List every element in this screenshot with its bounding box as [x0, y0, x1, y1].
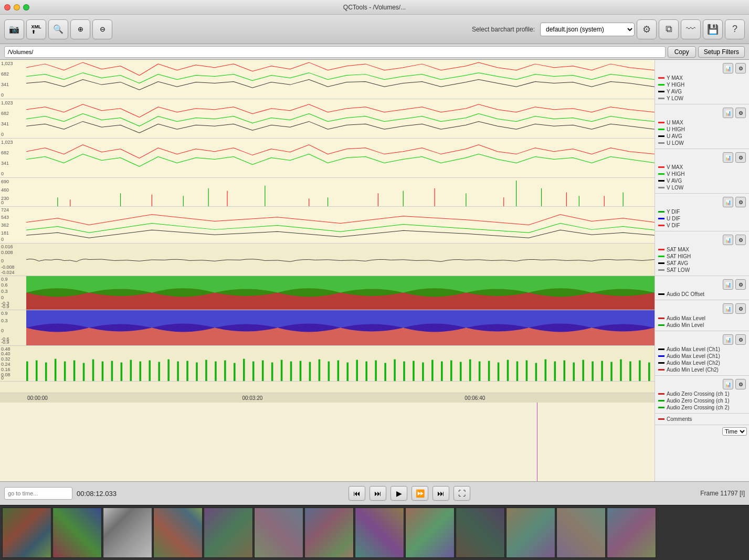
v-low-label: V LOW	[667, 185, 683, 191]
svg-rect-48	[281, 360, 283, 381]
maximize-button[interactable]	[23, 4, 29, 10]
skip-forward-button[interactable]: ⏭	[432, 486, 449, 501]
thumbnail-13[interactable]	[607, 508, 656, 558]
audio-max-level-label: Audio Max Level	[667, 315, 705, 321]
svg-rect-82	[601, 361, 603, 381]
saturation-chart[interactable]: 724 543 362 181 0	[0, 207, 655, 244]
rewind-to-start-button[interactable]: ⏮	[349, 486, 365, 501]
y-settings-icon[interactable]: ⚙	[735, 63, 746, 73]
audio-dc-svg	[26, 244, 655, 276]
zoom-out-button[interactable]: ⊖	[92, 19, 112, 39]
v-channel-chart[interactable]: 1,023 682 341 0	[0, 139, 655, 178]
thumbnail-8[interactable]	[355, 508, 404, 558]
close-button[interactable]	[4, 4, 10, 10]
svg-rect-29	[102, 362, 104, 381]
audio-zero-ch2-label: Audio Zero Crossing (ch 2)	[667, 405, 730, 410]
thumbnail-1[interactable]	[2, 508, 51, 558]
audio-max-ch1-label: Audio Max Level (Ch1)	[667, 346, 720, 352]
audio-zero-legend-section: 📊 ⚙ Audio Zero Crossing (ch 1) Audio Zer…	[655, 376, 749, 414]
zoom-fit-button[interactable]: ⊕	[70, 19, 90, 39]
audio-zero-settings-icon[interactable]: ⚙	[735, 379, 746, 389]
thumbnail-4[interactable]	[153, 508, 203, 558]
copy-button[interactable]: Copy	[668, 46, 696, 58]
svg-rect-61	[403, 362, 405, 381]
u-legend-section: 📊 ⚙ U MAX U HIGH U AVG U LOW	[655, 104, 749, 149]
svg-rect-30	[111, 361, 113, 381]
audio-min-ch2-label: Audio Min Level (Ch2)	[667, 367, 719, 373]
u-high-label: U HIGH	[667, 126, 685, 132]
audio-level-ch-chart[interactable]: 0.9 0.3 0 -0.6 -0.9	[0, 310, 655, 346]
svg-rect-56	[356, 360, 358, 381]
thumbnail-10[interactable]	[456, 508, 505, 558]
svg-rect-35	[158, 362, 160, 381]
xml-button[interactable]: XML⬆	[26, 19, 46, 39]
sat-settings-icon[interactable]: ⚙	[735, 235, 746, 245]
audio-max-ch1b-label: Audio Max Level (Ch1)	[667, 353, 720, 359]
thumbnail-9[interactable]	[405, 508, 455, 558]
v-settings-icon[interactable]: ⚙	[735, 152, 746, 163]
audio-dc-settings-icon[interactable]: ⚙	[735, 279, 746, 290]
audio-level-chart[interactable]: 0.9 0.6 0.3 0 -0.3 -0.9	[0, 276, 655, 310]
copy-layout-button[interactable]: ⧉	[659, 19, 679, 39]
window-buttons	[4, 4, 29, 10]
svg-rect-80	[582, 360, 584, 381]
barchart-profile-select[interactable]: default.json (system)	[540, 23, 635, 36]
frame-forward-button[interactable]: ⏩	[412, 486, 428, 501]
goto-time-input[interactable]	[4, 487, 72, 500]
play-button[interactable]: ▶	[391, 486, 407, 501]
u-settings-icon[interactable]: ⚙	[735, 108, 746, 118]
audio-dc-chart-icon[interactable]: 📊	[723, 279, 733, 290]
thumbnail-12[interactable]	[556, 508, 606, 558]
main-content: 1,023 682 341 0 1,023 682 341 0	[0, 60, 749, 481]
thumbnail-6[interactable]	[254, 508, 303, 558]
toolbar: 📷 XML⬆ 🔍 ⊕ ⊖ Select barchart profile: de…	[0, 15, 749, 44]
audio-level-settings-icon[interactable]: ⚙	[735, 303, 746, 314]
path-input[interactable]	[4, 46, 666, 58]
audio-dc-chart[interactable]: 0.016 0.008 0 -0.008 -0.024	[0, 244, 655, 276]
settings-button[interactable]: ⚙	[637, 19, 657, 39]
time-label-1: 00:03:20	[242, 395, 262, 401]
audio-ch-settings-icon[interactable]: ⚙	[735, 334, 746, 345]
diff-settings-icon[interactable]: ⚙	[735, 197, 746, 207]
audio-ch-chart-icon[interactable]: 📊	[723, 334, 733, 345]
minimize-button[interactable]	[14, 4, 20, 10]
diff-chart-icon[interactable]: 📊	[723, 197, 733, 207]
yuv-diff-chart[interactable]: 690 460 230 0	[0, 178, 655, 207]
audio-zero-chart[interactable]: 0.48 0.40 0.32 0.24 0.16 0.08 0	[0, 346, 655, 382]
svg-rect-69	[479, 362, 481, 381]
v-chart-icon[interactable]: 📊	[723, 152, 733, 163]
audio-zero-chart-icon[interactable]: 📊	[723, 379, 733, 389]
thumbnail-2[interactable]	[52, 508, 102, 558]
y-chart-icon[interactable]: 📊	[723, 63, 733, 73]
u-channel-chart[interactable]: 1,023 682 341 0	[0, 99, 655, 139]
waveform-button[interactable]: 〰	[681, 19, 701, 39]
fullscreen-button[interactable]: ⛶	[453, 486, 470, 501]
audio-level-ch-svg	[26, 310, 655, 345]
charts-area[interactable]: 1,023 682 341 0 1,023 682 341 0	[0, 60, 655, 481]
u-channel-svg	[26, 99, 655, 138]
thumbnail-5[interactable]	[204, 508, 253, 558]
time-select[interactable]: Time	[722, 427, 747, 436]
audio-dc-legend-section: 📊 ⚙ Audio DC Offset	[655, 276, 749, 300]
comments-chart[interactable]	[0, 382, 655, 393]
sat-avg-label: SAT AVG	[667, 260, 688, 266]
thumbnail-3[interactable]	[103, 508, 152, 558]
right-panel: 📊 ⚙ Y MAX Y HIGH Y AVG Y LOW	[655, 60, 749, 481]
camera-button[interactable]: 📷	[4, 19, 24, 39]
svg-rect-57	[365, 362, 367, 381]
audio-level-chart-icon[interactable]: 📊	[723, 303, 733, 314]
frame-back-button[interactable]: ⏭	[370, 486, 386, 501]
sat-chart-icon[interactable]: 📊	[723, 235, 733, 245]
audio-max-ch2-label: Audio Max Level (Ch2)	[667, 360, 720, 366]
help-button[interactable]: ?	[725, 19, 745, 39]
svg-rect-55	[346, 363, 349, 381]
u-chart-icon[interactable]: 📊	[723, 108, 733, 118]
y-low-legend: Y LOW	[657, 95, 747, 102]
save-button[interactable]: 💾	[703, 19, 723, 39]
zoom-in-button[interactable]: 🔍	[48, 19, 68, 39]
setup-filters-button[interactable]: Setup Filters	[698, 46, 745, 58]
thumbnail-11[interactable]	[506, 508, 555, 558]
y-channel-chart[interactable]: 1,023 682 341 0	[0, 60, 655, 99]
sat-svg	[26, 207, 655, 243]
thumbnail-7[interactable]	[304, 508, 354, 558]
